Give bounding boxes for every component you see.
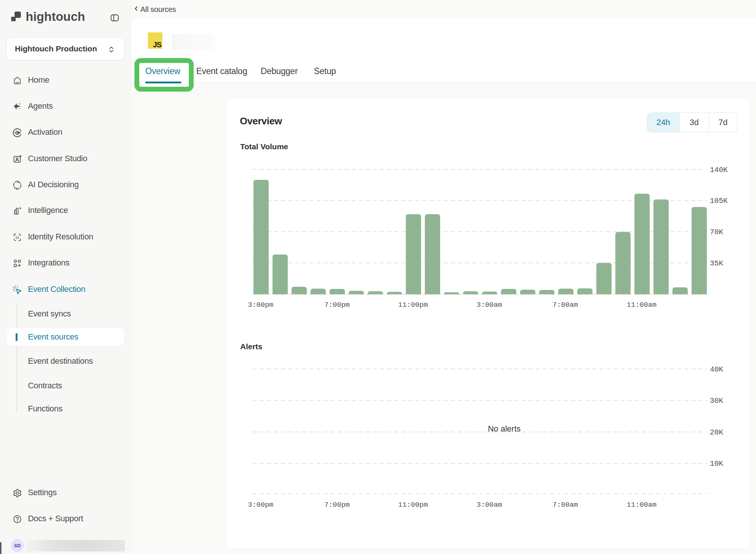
svg-text:11:00am: 11:00am <box>627 501 657 509</box>
svg-text:7:00am: 7:00am <box>553 301 578 309</box>
svg-text:3:00pm: 3:00pm <box>248 301 273 309</box>
svg-text:3:00pm: 3:00pm <box>248 501 273 509</box>
svg-text:140K: 140K <box>710 166 728 174</box>
svg-text:70K: 70K <box>710 228 723 236</box>
svg-text:30K: 30K <box>710 397 723 405</box>
svg-text:11:00am: 11:00am <box>627 301 657 309</box>
svg-text:105K: 105K <box>710 197 728 205</box>
svg-text:3:00am: 3:00am <box>477 501 502 509</box>
svg-text:40K: 40K <box>710 365 723 374</box>
svg-text:7:00am: 7:00am <box>553 501 578 509</box>
svg-text:7:00pm: 7:00pm <box>324 501 350 509</box>
svg-text:10K: 10K <box>710 459 723 468</box>
svg-text:7:00pm: 7:00pm <box>324 301 350 309</box>
svg-text:20K: 20K <box>710 428 723 437</box>
svg-text:3:00am: 3:00am <box>477 301 502 309</box>
svg-text:35K: 35K <box>710 259 723 268</box>
svg-text:11:00pm: 11:00pm <box>398 301 428 309</box>
svg-text:11:00pm: 11:00pm <box>398 501 428 509</box>
